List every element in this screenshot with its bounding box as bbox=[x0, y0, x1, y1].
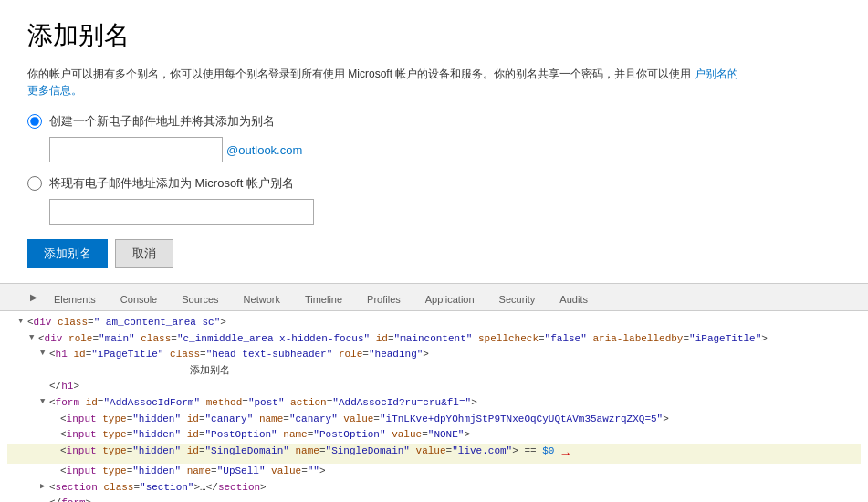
triangle-spacer-1 bbox=[40, 379, 49, 392]
code-line-12: </form> bbox=[7, 496, 861, 502]
form-section-2: 将现有电子邮件地址添加为 Microsoft 帐户别名 bbox=[27, 175, 841, 225]
cancel-button[interactable]: 取消 bbox=[115, 239, 173, 268]
page-title: 添加别名 bbox=[27, 18, 841, 53]
tab-profiles[interactable]: Profiles bbox=[355, 287, 413, 310]
devtools-panel: ▶ Elements Console Sources Network Timel… bbox=[0, 283, 868, 502]
triangle-spacer-2 bbox=[51, 412, 60, 424]
code-text-2: <div role="main" class="c_inmiddle_area … bbox=[38, 331, 768, 348]
code-line-1[interactable]: ▼ <div class=" am_content_area sc"> bbox=[7, 315, 861, 331]
triangle-icon-1[interactable]: ▼ bbox=[18, 315, 27, 328]
triangle-spacer-5 bbox=[51, 464, 60, 476]
code-text-5: </h1> bbox=[49, 379, 79, 395]
code-text-11: <section class="section">…</section> bbox=[49, 480, 267, 497]
code-text-6: <form id="AddAssocIdForm" method="post" … bbox=[49, 395, 477, 412]
existing-email-input-row bbox=[49, 199, 841, 225]
red-arrow-indicator: → bbox=[561, 444, 569, 464]
new-email-input[interactable] bbox=[49, 137, 223, 162]
domain-text: @outlook.com bbox=[226, 143, 302, 157]
code-line-6[interactable]: ▼ <form id="AddAssocIdForm" method="post… bbox=[7, 395, 861, 412]
h1-text-content: 添加别名 bbox=[190, 363, 230, 380]
page-content: 添加别名 你的帐户可以拥有多个别名，你可以使用每个别名登录到所有使用 Micro… bbox=[0, 0, 868, 283]
triangle-spacer-3 bbox=[51, 427, 60, 440]
code-line-11[interactable]: ▶ <section class="section">…</section> bbox=[7, 480, 861, 497]
tab-security[interactable]: Security bbox=[487, 287, 548, 310]
tab-audits[interactable]: Audits bbox=[548, 287, 600, 310]
code-line-7[interactable]: <input type="hidden" id="canary" name="c… bbox=[7, 412, 861, 428]
code-text-8: <input type="hidden" id="PostOption" nam… bbox=[60, 427, 470, 444]
radio-new-email-label: 创建一个新电子邮件地址并将其添加为别名 bbox=[49, 113, 275, 130]
code-line-10[interactable]: <input type="hidden" name="UpSell" value… bbox=[7, 464, 861, 480]
code-line-8[interactable]: <input type="hidden" id="PostOption" nam… bbox=[7, 427, 861, 444]
new-email-input-row: @outlook.com bbox=[49, 137, 841, 162]
radio-option-2: 将现有电子邮件地址添加为 Microsoft 帐户别名 bbox=[27, 175, 841, 192]
devtools-tabs: ▶ Elements Console Sources Network Timel… bbox=[0, 284, 868, 311]
triangle-icon-2[interactable]: ▼ bbox=[29, 331, 38, 344]
triangle-spacer-6 bbox=[40, 496, 49, 502]
radio-existing-email[interactable] bbox=[27, 176, 42, 191]
triangle-icon-5[interactable]: ▶ bbox=[40, 480, 49, 493]
tab-elements[interactable]: Elements bbox=[42, 287, 108, 310]
existing-email-input[interactable] bbox=[49, 199, 314, 225]
radio-existing-email-label: 将现有电子邮件地址添加为 Microsoft 帐户别名 bbox=[49, 175, 294, 192]
triangle-icon-3[interactable]: ▼ bbox=[40, 347, 49, 360]
add-alias-button[interactable]: 添加别名 bbox=[27, 239, 108, 268]
devtools-code-area[interactable]: ▼ <div class=" am_content_area sc"> ▼ <d… bbox=[0, 311, 868, 502]
tab-sources[interactable]: Sources bbox=[170, 287, 230, 310]
code-line-4: 添加别名 bbox=[7, 363, 861, 380]
devtools-collapse-icon[interactable]: ▶ bbox=[27, 283, 40, 310]
code-text-12: </form> bbox=[49, 496, 91, 502]
triangle-spacer-4 bbox=[51, 444, 60, 456]
code-text-9: <input type="hidden" id="SingleDomain" n… bbox=[60, 444, 554, 460]
code-line-2[interactable]: ▼ <div role="main" class="c_inmiddle_are… bbox=[7, 331, 861, 348]
description: 你的帐户可以拥有多个别名，你可以使用每个别名登录到所有使用 Microsoft … bbox=[27, 66, 739, 99]
code-text-10: <input type="hidden" name="UpSell" value… bbox=[60, 464, 326, 480]
radio-new-email[interactable] bbox=[27, 114, 42, 129]
form-section-1: 创建一个新电子邮件地址并将其添加为别名 @outlook.com bbox=[27, 113, 841, 162]
code-text-3: <h1 id="iPageTitle" class="head text-sub… bbox=[49, 347, 429, 363]
code-line-3[interactable]: ▼ <h1 id="iPageTitle" class="head text-s… bbox=[7, 347, 861, 363]
tab-console[interactable]: Console bbox=[109, 287, 169, 310]
tab-network[interactable]: Network bbox=[232, 287, 292, 310]
button-row: 添加别名 取消 bbox=[27, 239, 841, 268]
code-text-1: <div class=" am_content_area sc"> bbox=[27, 315, 226, 331]
code-text-7: <input type="hidden" id="canary" name="c… bbox=[60, 412, 669, 428]
tab-timeline[interactable]: Timeline bbox=[293, 287, 354, 310]
description-text: 你的帐户可以拥有多个别名，你可以使用每个别名登录到所有使用 Microsoft … bbox=[27, 68, 691, 80]
tab-application[interactable]: Application bbox=[413, 287, 486, 310]
code-line-9-highlighted[interactable]: <input type="hidden" id="SingleDomain" n… bbox=[7, 444, 861, 464]
radio-option-1: 创建一个新电子邮件地址并将其添加为别名 bbox=[27, 113, 841, 130]
triangle-icon-4[interactable]: ▼ bbox=[40, 395, 49, 408]
code-line-5[interactable]: </h1> bbox=[7, 379, 861, 395]
